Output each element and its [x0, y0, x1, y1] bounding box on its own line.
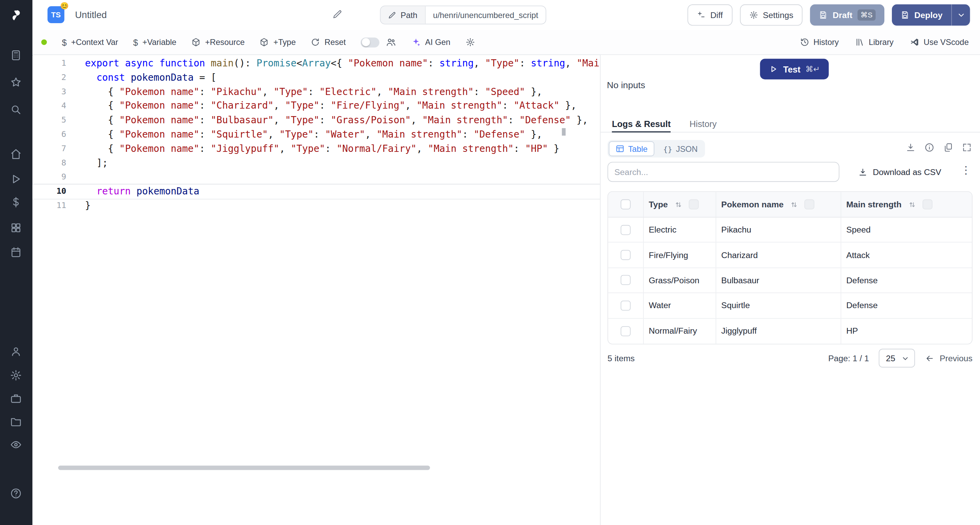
view-json-chip[interactable]: JSON	[657, 141, 704, 156]
row-checkbox-cell	[608, 217, 643, 242]
view-table-chip[interactable]: Table	[609, 141, 654, 156]
add-resource-button[interactable]: +Resource	[191, 37, 245, 47]
add-type-button[interactable]: +Type	[259, 37, 296, 47]
code-line[interactable]: 7 { "Pokemon name": "Jigglypuff", "Type"…	[33, 142, 600, 156]
line-number: 10	[33, 185, 66, 199]
code-text: { "Pokemon name": "Jigglypuff", "Type": …	[66, 142, 559, 156]
column-header-pokemon-name[interactable]: Pokemon name	[716, 192, 840, 217]
code-line[interactable]: 11}	[33, 199, 600, 213]
diff-label: Diff	[710, 10, 723, 20]
row-checkbox[interactable]	[620, 275, 630, 285]
column-option-box[interactable]	[688, 199, 698, 209]
table-cell: Bulbasaur	[716, 268, 840, 292]
edit-summary-pencil-icon[interactable]	[332, 10, 342, 22]
select-all-checkbox[interactable]	[620, 199, 630, 209]
expand-icon[interactable]	[962, 143, 972, 155]
history-button[interactable]: History	[800, 37, 839, 47]
add-context-var-button[interactable]: +Context Var	[62, 37, 118, 47]
sort-icon[interactable]	[908, 200, 916, 208]
page-indicator: Page: 1 / 1	[828, 353, 869, 363]
code-editor[interactable]: 1export async function main(): Promise<A…	[33, 56, 600, 525]
library-button[interactable]: Library	[855, 37, 894, 47]
copy-icon[interactable]	[943, 143, 953, 155]
column-option-box[interactable]	[804, 199, 814, 209]
ai-gen-label: AI Gen	[425, 37, 450, 47]
info-icon[interactable]	[924, 143, 934, 155]
resources-boxes-icon[interactable]	[10, 222, 22, 235]
table-cell: Defense	[840, 268, 972, 292]
code-line[interactable]: 9	[33, 170, 600, 185]
tab-logs-result[interactable]: Logs & Result	[612, 115, 671, 132]
code-line[interactable]: 1export async function main(): Promise<A…	[33, 56, 600, 70]
workers-briefcase-icon[interactable]	[10, 393, 22, 405]
diff-button[interactable]: Diff	[687, 5, 732, 26]
numpad-icon[interactable]	[10, 49, 22, 62]
table-row[interactable]: Fire/FlyingCharizardAttack	[608, 243, 972, 268]
more-options-kebab-icon[interactable]	[961, 164, 971, 177]
sort-icon[interactable]	[674, 200, 682, 208]
code-line[interactable]: 6 { "Pokemon name": "Squirtle", "Type": …	[33, 127, 600, 142]
download-csv-button[interactable]: Download as CSV	[859, 162, 941, 182]
favorites-star-icon[interactable]	[10, 76, 22, 89]
page-size-value: 25	[886, 353, 895, 363]
variables-dollar-icon[interactable]	[10, 196, 22, 209]
row-checkbox[interactable]	[620, 225, 630, 235]
code-line[interactable]: 10 return pokemonData	[33, 185, 600, 199]
download-icon[interactable]	[905, 143, 915, 155]
table-row[interactable]: Normal/FairyJigglypuffHP	[608, 318, 972, 343]
draft-button[interactable]: Draft ⌘S	[810, 5, 885, 26]
settings-button[interactable]: Settings	[740, 5, 803, 26]
search-input[interactable]	[608, 162, 839, 182]
table-row[interactable]: Grass/PoisonBulbasaurDefense	[608, 268, 972, 293]
code-line[interactable]: 4 { "Pokemon name": "Charizard", "Type":…	[33, 99, 600, 113]
row-checkbox[interactable]	[620, 250, 630, 260]
ai-gen-button[interactable]: AI Gen	[411, 37, 450, 47]
multiplayer-toggle[interactable]	[361, 37, 379, 47]
table-row[interactable]: ElectricPikachuSpeed	[608, 217, 972, 243]
deploy-dropdown-caret[interactable]	[951, 5, 970, 26]
path-edit-button[interactable]: Path	[381, 6, 426, 24]
sort-icon[interactable]	[790, 200, 798, 208]
use-vscode-button[interactable]: Use VScode	[910, 37, 969, 47]
result-table-header: Type Pokemon name Main strength	[608, 192, 972, 217]
dollar-icon	[133, 37, 138, 47]
editor-settings-button[interactable]	[466, 37, 475, 47]
row-checkbox[interactable]	[620, 301, 630, 311]
search-icon[interactable]	[10, 104, 22, 116]
code-line[interactable]: 3 { "Pokemon name": "Pikachu", "Type": "…	[33, 85, 600, 99]
previous-page-button[interactable]: Previous	[925, 353, 972, 363]
table-cell: Pikachu	[716, 217, 840, 242]
audit-eye-icon[interactable]	[10, 439, 22, 452]
column-header-type[interactable]: Type	[643, 192, 716, 217]
table-cell: Grass/Poison	[643, 268, 716, 292]
deploy-button[interactable]: Deploy	[892, 5, 970, 26]
tab-history[interactable]: History	[689, 115, 717, 132]
cube-icon	[191, 37, 201, 47]
line-number: 4	[33, 99, 66, 113]
runs-play-icon[interactable]	[10, 173, 22, 185]
home-icon[interactable]	[10, 148, 22, 161]
test-button[interactable]: Test ⌘↵	[760, 59, 829, 80]
help-icon[interactable]	[10, 488, 22, 500]
code-line[interactable]: 5 { "Pokemon name": "Bulbasaur", "Type":…	[33, 113, 600, 128]
editor-horizontal-scrollbar[interactable]	[58, 466, 430, 470]
table-row[interactable]: WaterSquirtleDefense	[608, 293, 972, 318]
settings-gear-icon[interactable]	[10, 369, 22, 382]
users-icon[interactable]	[10, 346, 22, 358]
page-size-select[interactable]: 25	[879, 349, 915, 367]
reset-button[interactable]: Reset	[311, 37, 346, 47]
column-header-main-strength[interactable]: Main strength	[840, 192, 972, 217]
collaborators-icon[interactable]	[386, 37, 396, 47]
code-line[interactable]: 2 const pokemonData = [	[33, 70, 600, 85]
top-header: TS 😊 Untitled Path u/henri/unencumbered_…	[33, 0, 980, 30]
column-option-box[interactable]	[922, 199, 932, 209]
windmill-logo-icon[interactable]	[10, 9, 22, 21]
add-variable-button[interactable]: +Variable	[133, 37, 176, 47]
sparkle-icon	[411, 37, 421, 47]
path-control[interactable]: Path u/henri/unencumbered_script	[380, 6, 546, 24]
code-text: { "Pokemon name": "Charizard", "Type": "…	[66, 99, 577, 113]
folders-icon[interactable]	[10, 416, 22, 428]
code-line[interactable]: 8 ];	[33, 156, 600, 170]
row-checkbox[interactable]	[620, 326, 630, 336]
schedules-calendar-icon[interactable]	[10, 246, 22, 259]
